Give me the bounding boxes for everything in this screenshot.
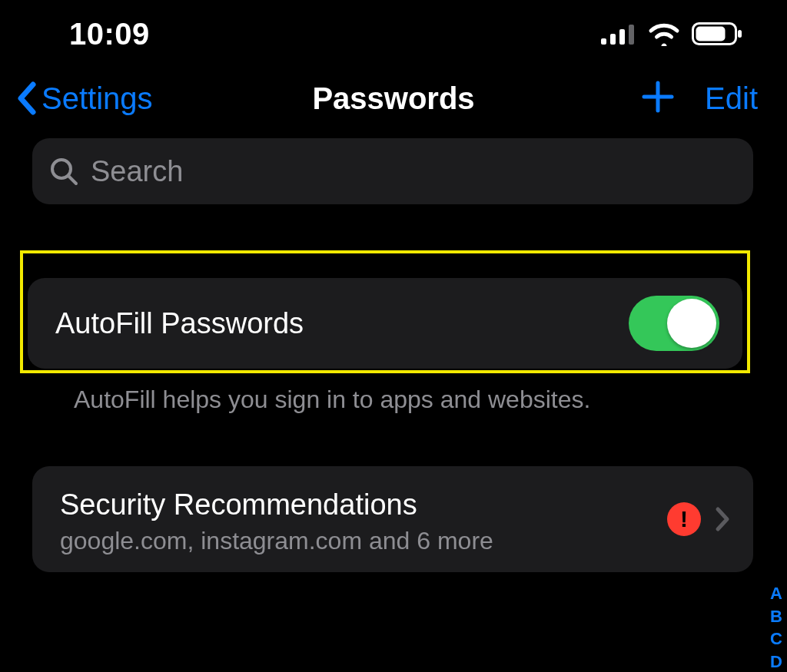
security-subtitle: google.com, instagram.com and 6 more <box>60 527 667 555</box>
autofill-footer: AutoFill helps you sign in to apps and w… <box>32 373 753 414</box>
search-field[interactable] <box>32 138 753 204</box>
highlight-frame: AutoFill Passwords <box>20 250 750 373</box>
plus-icon <box>642 81 674 113</box>
autofill-toggle[interactable] <box>629 296 719 351</box>
page-title: Passwords <box>312 81 474 116</box>
autofill-label: AutoFill Passwords <box>55 307 629 340</box>
exclamation-icon: ! <box>680 508 688 531</box>
add-button[interactable] <box>642 81 674 116</box>
wifi-icon <box>647 22 681 46</box>
status-indicators <box>601 22 742 46</box>
edit-button[interactable]: Edit <box>705 81 758 116</box>
svg-rect-3 <box>629 25 634 45</box>
nav-bar: Settings Passwords Edit <box>0 68 787 129</box>
index-letter[interactable]: B <box>770 606 782 627</box>
back-button[interactable]: Settings <box>15 81 153 116</box>
svg-rect-1 <box>610 34 616 45</box>
svg-rect-2 <box>619 29 625 45</box>
toggle-knob <box>667 299 716 348</box>
alert-icon: ! <box>667 502 701 536</box>
search-icon <box>49 157 78 186</box>
svg-rect-0 <box>601 38 606 45</box>
chevron-left-icon <box>15 81 38 115</box>
svg-rect-6 <box>738 30 742 38</box>
section-index[interactable]: ABCD <box>770 583 782 672</box>
index-letter[interactable]: C <box>770 628 782 650</box>
autofill-passwords-row[interactable]: AutoFill Passwords <box>28 278 742 369</box>
index-letter[interactable]: D <box>770 651 782 673</box>
svg-rect-5 <box>696 27 726 41</box>
chevron-right-icon <box>715 506 730 532</box>
security-title: Security Recommendations <box>60 486 667 524</box>
battery-icon <box>692 22 742 45</box>
index-letter[interactable]: A <box>770 583 782 604</box>
status-bar: 10:09 <box>0 0 787 68</box>
back-label: Settings <box>42 81 153 116</box>
search-input[interactable] <box>91 155 736 188</box>
security-recommendations-row[interactable]: Security Recommendations google.com, ins… <box>32 466 753 572</box>
cellular-signal-icon <box>601 23 636 45</box>
status-time: 10:09 <box>69 17 150 51</box>
svg-line-10 <box>68 176 76 184</box>
